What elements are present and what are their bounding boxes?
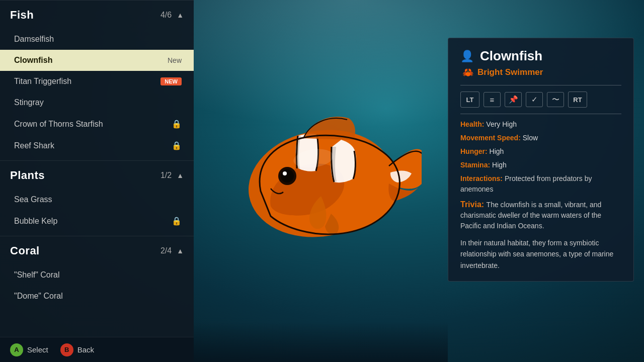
item-damselfish-label: Damselfish [14,35,54,44]
item-shelf-coral-label: "Shelf" Coral [14,270,60,280]
category-fish-count: 4/6 [160,11,172,20]
stat-interactions: Interactions: Protected from predators b… [460,173,621,195]
list-item-titan-triggerfish[interactable]: Titan Triggerfish New [0,71,194,92]
fish-display-area [194,0,448,362]
item-stingray-label: Stingray [14,98,44,107]
category-fish-header[interactable]: Fish 4/6 ▲ [0,0,194,29]
tab-check[interactable]: ✓ [526,92,543,107]
stat-interactions-label: Interactions: [460,174,505,183]
back-label: Back [77,345,94,354]
chevron-up-icon: ▲ [177,11,184,19]
stat-health-label: Health: [460,120,486,128]
stat-movement-value: Slow [523,134,538,142]
b-button-circle: B [60,343,73,356]
detail-header: 👤 Clownfish [460,48,621,64]
divider-top [460,85,621,85]
list-item-bubble-kelp[interactable]: Bubble Kelp 🔒 [0,210,194,232]
fish-profile-icon: 👤 [460,50,474,63]
a-button-label: A [14,346,19,353]
stat-health-value: Very High [486,120,517,128]
list-item-stingray[interactable]: Stingray [0,92,194,113]
tab-pin[interactable]: 📌 [505,92,522,107]
stat-stamina-value: High [492,161,507,169]
svg-point-3 [283,171,287,175]
trivia-label: Trivia: [460,200,487,209]
stat-movement-label: Movement Speed: [460,134,523,142]
category-plants-header[interactable]: Plants 1/2 ▲ [0,160,194,189]
fish-subtitle-label: Bright Swimmer [477,67,543,77]
list-item-crown-of-thorns[interactable]: Crown of Thorns Starfish 🔒 [0,113,194,135]
titan-triggerfish-new-badge: New [160,77,182,85]
category-coral-meta: 2/4 ▲ [160,246,184,255]
category-fish-label: Fish [10,9,34,22]
list-item-clownfish[interactable]: Clownfish New [0,50,194,71]
chevron-up-plants-icon: ▲ [177,171,184,179]
trivia-section: Trivia: The clownfish is a small, vibran… [460,200,621,231]
sidebar: Fish 4/6 ▲ Damselfish Clownfish New Tita… [0,0,194,362]
stat-movement: Movement Speed: Slow [460,133,621,143]
a-button-circle: A [10,343,23,356]
divider-mid [460,114,621,114]
list-item-sea-grass[interactable]: Sea Grass [0,189,194,210]
item-dome-coral-label: "Dome" Coral [14,292,63,301]
stats-section: Health: Very High Movement Speed: Slow H… [460,119,621,271]
item-reef-shark-label: Reef Shark [14,141,54,150]
category-plants-label: Plants [10,169,45,182]
category-coral-header[interactable]: Coral 2/4 ▲ [0,236,194,264]
chevron-up-coral-icon: ▲ [177,247,184,255]
item-titan-triggerfish-label: Titan Triggerfish [14,77,71,86]
category-plants-meta: 1/2 ▲ [160,171,184,180]
back-button[interactable]: B Back [60,343,94,356]
stat-stamina: Stamina: High [460,160,621,170]
b-button-label: B [64,346,69,353]
stat-hunger-label: Hunger: [460,147,490,155]
item-bubble-kelp-label: Bubble Kelp [14,217,57,226]
stat-health: Health: Very High [460,119,621,130]
stat-hunger: Hunger: High [460,146,621,157]
bottom-bar: A Select B Back [0,337,194,362]
stat-hunger-value: High [490,147,504,155]
list-item-reef-shark[interactable]: Reef Shark 🔒 [0,135,194,156]
lock-icon-bubble-kelp: 🔒 [172,216,182,226]
list-item-damselfish[interactable]: Damselfish [0,29,194,50]
list-item-shelf-coral[interactable]: "Shelf" Coral [0,264,194,286]
select-button[interactable]: A Select [10,343,48,356]
select-label: Select [27,345,48,354]
fish-name-title: Clownfish [480,48,542,64]
tab-rt[interactable]: RT [568,92,587,108]
category-coral-count: 2/4 [160,246,172,255]
detail-panel: 👤 Clownfish 🦀 Bright Swimmer LT ≡ 📌 ✓ 〜 … [448,38,634,282]
lock-icon-reef-shark: 🔒 [172,141,182,150]
tab-wave[interactable]: 〜 [547,92,564,107]
fish-subtitle-row: 🦀 Bright Swimmer [460,67,621,78]
tab-bar: LT ≡ 📌 ✓ 〜 RT [460,92,621,108]
category-fish-meta: 4/6 ▲ [160,11,184,20]
body-text: In their natural habitat, they form a sy… [460,237,621,271]
category-coral-label: Coral [10,244,40,257]
category-plants-count: 1/2 [160,171,172,180]
stat-stamina-label: Stamina: [460,161,492,169]
clownfish-new-badge: New [168,56,182,64]
lock-icon-crown: 🔒 [172,119,182,129]
item-clownfish-label: Clownfish [14,56,52,65]
clownfish-illustration [220,85,422,277]
list-item-dome-coral[interactable]: "Dome" Coral [0,286,194,307]
item-sea-grass-label: Sea Grass [14,195,52,204]
tab-lt[interactable]: LT [460,92,479,108]
fish-subtitle-icon: 🦀 [462,67,473,78]
item-crown-of-thorns-label: Crown of Thorns Starfish [14,120,103,129]
tab-list[interactable]: ≡ [484,92,501,107]
svg-point-2 [281,169,294,183]
